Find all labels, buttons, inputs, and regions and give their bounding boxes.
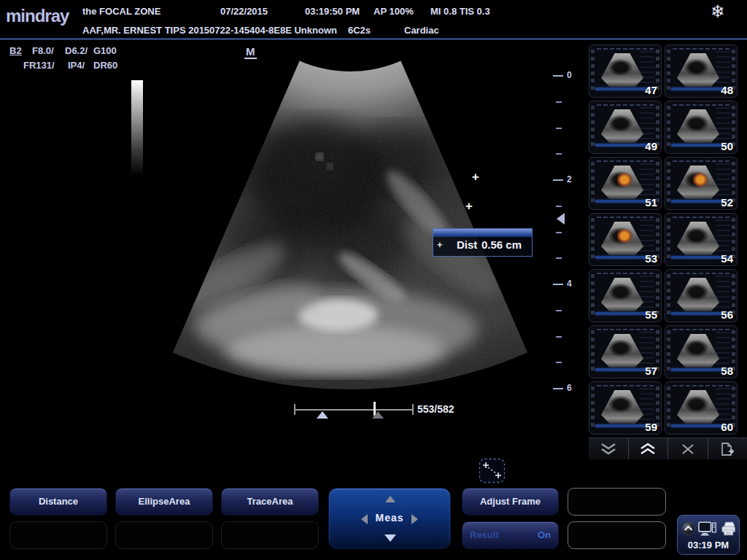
thumbnail[interactable]: 56 (665, 269, 738, 322)
thumbnail-panel-dots (640, 276, 654, 311)
thumbnail-number: 49 (645, 140, 657, 152)
filmstrip-holes-icon (591, 162, 595, 205)
thumbnail[interactable]: 60 (665, 381, 738, 435)
result-label: Result (470, 522, 499, 548)
thumbnail[interactable]: 57 (589, 325, 662, 378)
meas-menu-selector[interactable]: Meas (328, 488, 451, 549)
thumbnail-number: 52 (721, 196, 733, 209)
thumbnail-panel-dots (640, 107, 654, 143)
thumbnail-panel-dots (716, 332, 730, 368)
delete-clip-button[interactable] (667, 438, 708, 459)
scrubber-track[interactable] (295, 409, 413, 411)
thumbnail-scan-image (677, 109, 719, 143)
depth-ruler: 0246 (553, 70, 582, 398)
thumbnail-header-line (597, 160, 654, 162)
empty-menu-slot (568, 488, 666, 516)
thumbnail-header-line (673, 385, 729, 386)
scrubber-handle[interactable] (372, 411, 384, 419)
thumbnail[interactable]: 59 (589, 381, 662, 435)
thumbnail[interactable]: 53 (589, 213, 662, 266)
thumbnail[interactable]: 52 (665, 157, 738, 210)
thumbnail-panel-dots (716, 51, 730, 87)
param-framerate: FR131/ (23, 60, 55, 71)
status-ball-icon[interactable] (681, 521, 695, 536)
acoustic-power: AP 100% (374, 6, 414, 17)
empty-menu-slot (568, 521, 666, 549)
thumbnail-scan-image (601, 166, 643, 199)
thumbnail[interactable]: 47 (589, 44, 662, 98)
thumbnail-number: 57 (645, 365, 657, 377)
param-gain: G100 (93, 45, 117, 56)
trace-area-button[interactable]: TraceArea (221, 488, 319, 516)
filmstrip-holes-icon (667, 274, 670, 317)
patient-id: AAF,MR. ERNEST TIPS 20150722-145404-8E8E… (82, 25, 337, 36)
thumbnail-scan-image (677, 53, 719, 87)
scrubber-mark-triangle (317, 411, 328, 419)
thumbnail[interactable]: 48 (665, 44, 738, 98)
adjust-frame-button[interactable]: Adjust Frame (462, 488, 559, 516)
thumbnail-header-line (597, 104, 654, 106)
page-up-button[interactable] (628, 438, 668, 459)
frame-counter: 553/582 (417, 403, 454, 415)
thumbnail[interactable]: 51 (589, 157, 662, 210)
mindray-logo: mindray (6, 6, 69, 26)
thumbnail[interactable]: 58 (665, 325, 738, 378)
thumbnail-number: 56 (721, 308, 733, 321)
empty-menu-slot (9, 521, 107, 549)
mi-tis-display: MI 0.8 TIS 0.3 (430, 6, 490, 17)
orientation-marker: M (244, 45, 257, 59)
ellipse-area-button[interactable]: EllipseArea (115, 488, 213, 516)
thumbnail[interactable]: 50 (665, 101, 738, 154)
filmstrip-holes-icon (667, 106, 670, 149)
exam-title: the FOCAL ZONE (82, 6, 160, 17)
printer-icon[interactable] (720, 521, 737, 537)
caliper-cursor-1[interactable]: + (472, 171, 479, 183)
thumbnail-header-line (673, 48, 729, 50)
thumbnail[interactable]: 49 (589, 101, 662, 154)
param-depth: D6.2/ (65, 45, 88, 56)
param-ip: IP4/ (68, 60, 85, 71)
meas-down-arrow-icon[interactable] (384, 534, 396, 542)
caliper-cursor-2[interactable]: + (465, 201, 473, 212)
empty-menu-slot (115, 521, 213, 549)
filmstrip-holes-icon (591, 218, 595, 261)
thumbnail-scan-image (601, 53, 643, 87)
thumbnail-number: 59 (645, 421, 657, 433)
thumbnail-grid: 47 48 49 50 (589, 44, 740, 435)
thumbnail-scan-image (601, 334, 643, 368)
mode-label: B2 (9, 45, 22, 56)
export-clip-button[interactable] (708, 438, 747, 459)
param-dynamicrange: DR60 (93, 60, 117, 71)
thumbnail-scan-image (677, 222, 719, 255)
thumbnail-header-line (673, 104, 729, 106)
thumbnail-header-line (597, 48, 654, 50)
thumbnail-number: 48 (721, 84, 733, 96)
thumbnail-panel-dots (640, 388, 654, 424)
measurement-label: Dist (457, 238, 477, 251)
thumbnail-header-line (673, 217, 729, 218)
filmstrip-holes-icon (591, 330, 595, 373)
thumbnail-scan-image (677, 334, 719, 368)
meas-up-arrow-icon[interactable] (385, 496, 395, 502)
thumbnail[interactable]: 54 (665, 213, 738, 266)
result-state: On (538, 522, 551, 548)
page-down-button[interactable] (589, 438, 628, 459)
measurement-box-titlebar (433, 229, 532, 237)
chevron-double-up-icon (639, 443, 657, 455)
distance-button[interactable]: Distance (9, 488, 107, 516)
workstation-monitor-icon[interactable] (698, 521, 716, 537)
thumbnail-panel-dots (640, 163, 654, 199)
filmstrip-holes-icon (667, 330, 670, 373)
thumbnail[interactable]: 55 (589, 269, 662, 322)
filmstrip-holes-icon (667, 50, 670, 93)
thumbnail-panel-dots (716, 276, 730, 311)
thumbnail-scan-image (601, 390, 643, 424)
date-display: 07/22/2015 (220, 6, 268, 17)
filmstrip-holes-icon (667, 386, 670, 429)
thumbnail-header-line (673, 273, 729, 274)
focal-zone-marker[interactable] (557, 213, 565, 225)
thumbnail-scan-image (601, 278, 643, 311)
cine-scrubber[interactable]: 553/582 (292, 400, 467, 421)
thumbnail-panel-dots (716, 219, 730, 255)
result-toggle-button[interactable]: Result On (462, 521, 559, 549)
